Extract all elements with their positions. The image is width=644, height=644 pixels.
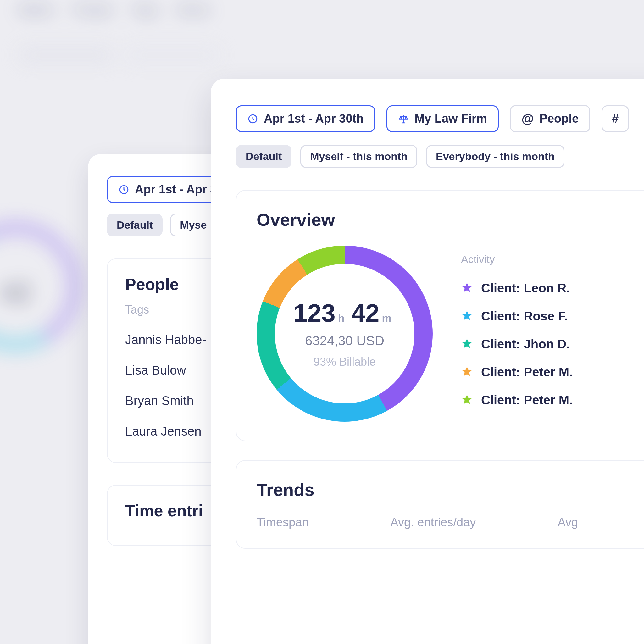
legend-item[interactable]: Client: Rose F. xyxy=(461,302,636,330)
activity-donut-chart: 123 h 42 m 6324,30 USD 93% Billable xyxy=(257,246,433,422)
legend-item[interactable]: Client: Peter M. xyxy=(461,386,636,414)
hash-icon: # xyxy=(612,112,619,125)
billable-pct: 93% Billable xyxy=(314,355,376,369)
chip-default[interactable]: Default xyxy=(236,145,291,168)
at-icon: @ xyxy=(522,112,534,126)
legend-item[interactable]: Client: Leon R. xyxy=(461,274,636,302)
star-icon xyxy=(461,366,473,379)
chip-default-secondary[interactable]: Default xyxy=(107,214,163,236)
firm-filter-label: My Law Firm xyxy=(414,112,487,125)
date-filter-label: Apr 1st - Apr 30th xyxy=(264,112,364,125)
people-filter-label: People xyxy=(540,112,579,125)
overview-card: Overview 123 h 42 m 6324,30 USD 93% Bill… xyxy=(236,190,644,441)
metric-timespan: Timespan xyxy=(257,516,308,529)
total-amount: 6324,30 USD xyxy=(305,333,384,348)
star-icon xyxy=(461,310,473,323)
total-time: 123 h 42 m xyxy=(293,299,396,328)
legend-label: Client: Peter M. xyxy=(481,393,573,407)
tags-filter[interactable]: # xyxy=(602,105,629,132)
people-filter[interactable]: @ People xyxy=(510,105,591,132)
legend-title: Activity xyxy=(461,253,636,265)
trends-title: Trends xyxy=(257,480,636,500)
metric-avg-partial: Avg xyxy=(558,516,578,529)
star-icon xyxy=(461,394,473,407)
legend-item[interactable]: Client: Peter M. xyxy=(461,358,636,386)
legend-label: Client: Rose F. xyxy=(481,309,568,323)
clock-icon xyxy=(119,184,129,195)
filter-row: Apr 1st - Apr 30th My Law Firm @ People … xyxy=(236,105,644,132)
clock-icon xyxy=(247,114,258,124)
legend-label: Client: Peter M. xyxy=(481,365,573,379)
chip-everybody[interactable]: Everybody - this month xyxy=(426,145,564,168)
chip-myself-secondary[interactable]: Myse xyxy=(170,214,216,236)
activity-legend: Activity Client: Leon R.Client: Rose F.C… xyxy=(461,253,636,414)
legend-item[interactable]: Client: Jhon D. xyxy=(461,330,636,358)
main-panel: Apr 1st - Apr 30th My Law Firm @ People … xyxy=(211,79,644,644)
overview-title: Overview xyxy=(257,209,636,230)
star-icon xyxy=(461,338,473,351)
scales-icon xyxy=(398,114,409,124)
date-filter[interactable]: Apr 1st - Apr 30th xyxy=(236,105,375,132)
trends-card: Trends Timespan Avg. entries/day Avg xyxy=(236,460,644,549)
firm-filter[interactable]: My Law Firm xyxy=(386,105,498,132)
star-icon xyxy=(461,282,473,295)
chip-row: Default Myself - this month Everybody - … xyxy=(236,145,644,168)
metric-avg-entries: Avg. entries/day xyxy=(390,516,476,529)
chip-myself[interactable]: Myself - this month xyxy=(300,145,417,168)
legend-label: Client: Jhon D. xyxy=(481,337,570,351)
legend-label: Client: Leon R. xyxy=(481,281,570,295)
